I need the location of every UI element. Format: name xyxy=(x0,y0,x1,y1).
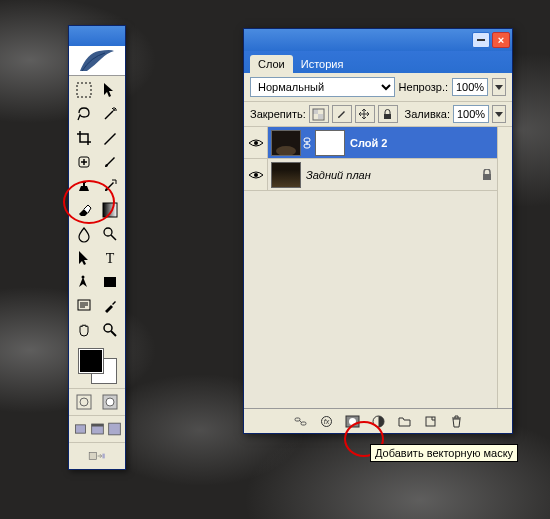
svg-rect-10 xyxy=(77,395,91,409)
tab-layers[interactable]: Слои xyxy=(250,55,293,73)
tooltip: Добавить векторную маску xyxy=(370,444,518,462)
mask-link-icon[interactable] xyxy=(302,137,312,149)
svg-rect-19 xyxy=(102,454,104,459)
svg-rect-20 xyxy=(313,109,318,114)
link-layers-button[interactable] xyxy=(289,411,311,431)
svg-point-9 xyxy=(104,324,112,332)
opacity-label: Непрозр.: xyxy=(399,81,448,93)
slice-tool[interactable] xyxy=(97,126,123,150)
layer-thumbnail[interactable] xyxy=(271,130,301,156)
zoom-tool[interactable] xyxy=(97,318,123,342)
panel-titlebar[interactable]: × xyxy=(244,29,512,51)
svg-point-1 xyxy=(113,109,115,111)
dodge-tool[interactable] xyxy=(97,222,123,246)
svg-point-38 xyxy=(349,418,356,425)
eyedropper-tool[interactable] xyxy=(97,294,123,318)
fill-value[interactable]: 100% xyxy=(453,105,489,123)
move-tool[interactable] xyxy=(97,78,123,102)
layer-name[interactable]: Слой 2 xyxy=(346,137,496,149)
standard-mode-button[interactable] xyxy=(71,391,97,413)
svg-rect-21 xyxy=(318,114,323,119)
lock-transparency-button[interactable] xyxy=(309,105,329,123)
visibility-toggle[interactable] xyxy=(244,159,268,190)
opacity-arrow[interactable] xyxy=(492,78,506,96)
layer-name[interactable]: Задний план xyxy=(302,169,478,181)
close-button[interactable]: × xyxy=(492,32,510,48)
panel-footer: fx xyxy=(244,409,512,433)
svg-text:fx: fx xyxy=(323,418,329,425)
marquee-tool[interactable] xyxy=(71,78,97,102)
svg-rect-3 xyxy=(103,203,117,217)
panel-tabs: Слои История xyxy=(244,51,512,73)
svg-line-34 xyxy=(299,420,302,423)
standard-screen-button[interactable] xyxy=(72,418,89,440)
svg-rect-0 xyxy=(77,83,91,97)
full-screen-button[interactable] xyxy=(106,418,123,440)
lock-label: Закрепить: xyxy=(250,108,306,120)
quick-mask-mode-button[interactable] xyxy=(97,391,123,413)
svg-text:T: T xyxy=(106,251,115,266)
new-layer-button[interactable] xyxy=(419,411,441,431)
adjustment-layer-button[interactable] xyxy=(367,411,389,431)
layers-scrollbar[interactable] xyxy=(497,127,512,408)
svg-point-4 xyxy=(104,228,112,236)
history-brush-tool[interactable] xyxy=(97,174,123,198)
layer-thumbnail[interactable] xyxy=(271,162,301,188)
lock-indicator-icon xyxy=(478,169,496,181)
svg-rect-17 xyxy=(108,423,120,435)
shape-tool[interactable] xyxy=(97,270,123,294)
svg-rect-31 xyxy=(483,174,491,180)
color-swatches[interactable] xyxy=(69,344,125,388)
layer-row-background[interactable]: Задний план xyxy=(244,159,512,191)
magic-wand-tool[interactable] xyxy=(97,102,123,126)
full-screen-menu-button[interactable] xyxy=(89,418,106,440)
blend-opacity-row: Нормальный Непрозр.: 100% xyxy=(244,73,512,102)
svg-point-30 xyxy=(254,173,258,177)
screen-mode-row xyxy=(69,415,125,442)
fill-label: Заливка: xyxy=(405,108,450,120)
type-tool[interactable]: T xyxy=(97,246,123,270)
svg-rect-23 xyxy=(384,114,391,119)
brush-tool[interactable] xyxy=(97,150,123,174)
minimize-button[interactable] xyxy=(472,32,490,48)
lock-pixels-button[interactable] xyxy=(332,105,352,123)
layer-style-button[interactable]: fx xyxy=(315,411,337,431)
blur-tool[interactable] xyxy=(71,222,97,246)
pen-tool[interactable] xyxy=(71,270,97,294)
app-logo xyxy=(69,46,125,76)
group-button[interactable] xyxy=(393,411,415,431)
svg-point-11 xyxy=(80,398,88,406)
add-mask-button[interactable] xyxy=(341,411,363,431)
blend-mode-select[interactable]: Нормальный xyxy=(250,77,395,97)
lock-all-button[interactable] xyxy=(378,105,398,123)
svg-rect-14 xyxy=(75,425,85,433)
crop-tool[interactable] xyxy=(71,126,97,150)
healing-brush-tool[interactable] xyxy=(71,150,97,174)
mask-thumbnail[interactable] xyxy=(315,130,345,156)
gradient-tool[interactable] xyxy=(97,198,123,222)
path-selection-tool[interactable] xyxy=(71,246,97,270)
svg-rect-7 xyxy=(104,277,116,287)
lock-position-button[interactable] xyxy=(355,105,375,123)
lock-fill-row: Закрепить: Заливка: 100% xyxy=(244,102,512,127)
delete-layer-button[interactable] xyxy=(445,411,467,431)
svg-rect-40 xyxy=(426,417,435,426)
jump-imageready-button[interactable] xyxy=(77,445,117,467)
tools-grid: T xyxy=(69,76,125,342)
layers-panel: × Слои История Нормальный Непрозр.: 100%… xyxy=(243,28,513,434)
clone-stamp-tool[interactable] xyxy=(71,174,97,198)
hand-tool[interactable] xyxy=(71,318,97,342)
foreground-swatch[interactable] xyxy=(78,348,104,374)
layers-list: Слой 2 Задний план xyxy=(244,127,512,409)
opacity-value[interactable]: 100% xyxy=(452,78,488,96)
notes-tool[interactable] xyxy=(71,294,97,318)
fill-arrow[interactable] xyxy=(492,105,506,123)
svg-point-13 xyxy=(106,398,114,406)
layer-row-layer2[interactable]: Слой 2 xyxy=(244,127,512,159)
toolbox-panel: T xyxy=(68,25,126,470)
tab-history[interactable]: История xyxy=(293,55,352,73)
toolbox-titlebar[interactable] xyxy=(69,26,125,46)
lasso-tool[interactable] xyxy=(71,102,97,126)
eraser-tool[interactable] xyxy=(71,198,97,222)
visibility-toggle[interactable] xyxy=(244,127,268,158)
